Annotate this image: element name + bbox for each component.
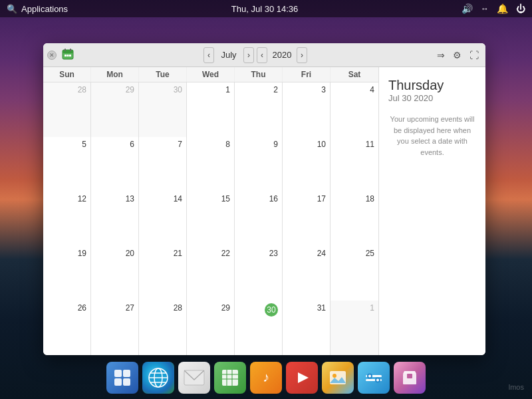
dock-item-settings[interactable] (358, 362, 390, 394)
svg-point-29 (368, 374, 372, 378)
sidebar-date: Jul 30 2020 (388, 93, 476, 103)
header-fri: Fri (283, 67, 331, 82)
topbar: 🔍 Applications Thu, Jul 30 14:36 🔊 ↔ 🔔 ⏻ (0, 0, 532, 17)
settings-button[interactable]: ⚙ (450, 49, 464, 62)
svg-rect-10 (123, 378, 130, 386)
year-nav: ‹ 2020 › (257, 47, 307, 63)
calendar-body: Sun Mon Tue Wed Thu Fri Sat 28 29 30 1 2… (43, 67, 485, 355)
svg-rect-18 (222, 370, 238, 386)
week-row: 26 27 28 29 30 31 1 (43, 301, 378, 355)
topbar-datetime: Thu, Jul 30 14:36 (231, 4, 298, 14)
svg-rect-5 (67, 55, 69, 57)
dock-item-spreadsheet[interactable] (214, 362, 246, 394)
svg-rect-4 (65, 55, 66, 57)
svg-rect-8 (123, 370, 130, 377)
calendar-day[interactable]: 31 (283, 301, 331, 355)
calendar-day[interactable]: 28 (139, 301, 187, 355)
calendar-toolbar: ✕ ‹ July › ‹ 2020 › (43, 43, 485, 67)
calendar-day[interactable]: 18 (331, 192, 378, 246)
search-icon: 🔍 (7, 4, 17, 14)
calendar-day[interactable]: 7 (139, 137, 187, 192)
calendar-home-button[interactable] (59, 47, 76, 63)
next-month-button[interactable]: › (243, 47, 254, 63)
calendar-day[interactable]: 17 (283, 192, 331, 246)
svg-rect-9 (114, 378, 122, 386)
calendar-day[interactable]: 11 (331, 137, 378, 192)
calendar-sidebar: Thursday Jul 30 2020 Your upcoming event… (379, 67, 485, 355)
svg-point-30 (376, 378, 380, 382)
prev-month-button[interactable]: ‹ (203, 47, 214, 63)
svg-point-26 (332, 374, 336, 378)
topbar-left: 🔍 Applications (7, 4, 68, 14)
dock: ♪ (0, 362, 532, 394)
header-thu: Thu (235, 67, 283, 82)
calendar-day[interactable]: 26 (43, 301, 91, 355)
calendar-day[interactable]: 28 (43, 82, 91, 137)
week-row: 19 20 21 22 23 24 25 (43, 246, 378, 301)
dock-item-video[interactable] (286, 362, 318, 394)
calendar-day[interactable]: 6 (91, 137, 139, 192)
calendar-grid: Sun Mon Tue Wed Thu Fri Sat 28 29 30 1 2… (43, 67, 379, 355)
calendar-day[interactable]: 19 (43, 246, 91, 301)
next-year-button[interactable]: › (297, 47, 307, 63)
window-close-button[interactable]: ✕ (47, 51, 57, 60)
calendar-day[interactable]: 30 (139, 82, 187, 137)
header-sat: Sat (331, 67, 378, 82)
dock-item-store[interactable] (394, 362, 426, 394)
calendar-day[interactable]: 10 (283, 137, 331, 192)
calendar-day-today[interactable]: 30 (235, 301, 283, 355)
calendar-day[interactable]: 21 (139, 246, 187, 301)
calendar-window: ✕ ‹ July › ‹ 2020 › (43, 43, 485, 355)
dock-item-photos[interactable] (322, 362, 354, 394)
dock-item-browser[interactable] (142, 362, 174, 394)
header-wed: Wed (187, 67, 235, 82)
sidebar-events-message: Your upcoming events will be displayed h… (388, 114, 476, 158)
calendar-day[interactable]: 1 (331, 301, 378, 355)
notification-icon[interactable]: 🔔 (497, 3, 508, 14)
calendar-day[interactable]: 25 (331, 246, 378, 301)
calendar-day[interactable]: 12 (43, 192, 91, 246)
svg-rect-7 (114, 370, 122, 377)
calendar-day[interactable]: 4 (331, 82, 378, 137)
calendar-day[interactable]: 22 (187, 246, 235, 301)
topbar-right: 🔊 ↔ 🔔 ⏻ (462, 3, 525, 14)
dock-item-music[interactable]: ♪ (250, 362, 282, 394)
calendar-day[interactable]: 24 (283, 246, 331, 301)
fullscreen-button[interactable]: ⛶ (467, 49, 481, 62)
sync-button[interactable]: ⇒ (434, 49, 448, 62)
svg-rect-3 (70, 49, 71, 51)
calendar-day[interactable]: 27 (91, 301, 139, 355)
calendar-day[interactable]: 1 (187, 82, 235, 137)
svg-rect-6 (69, 55, 71, 57)
applications-label[interactable]: Applications (21, 4, 68, 14)
dock-item-mail[interactable] (178, 362, 210, 394)
header-tue: Tue (139, 67, 187, 82)
calendar-day[interactable]: 23 (235, 246, 283, 301)
calendar-day[interactable]: 20 (91, 246, 139, 301)
calendar-day[interactable]: 15 (187, 192, 235, 246)
sidebar-day-name: Thursday (388, 78, 476, 93)
week-row: 28 29 30 1 2 3 4 (43, 82, 378, 137)
calendar-day[interactable]: 5 (43, 137, 91, 192)
calendar-day[interactable]: 3 (283, 82, 331, 137)
calendar-day[interactable]: 16 (235, 192, 283, 246)
svg-marker-24 (298, 372, 309, 383)
year-label: 2020 (269, 50, 295, 60)
volume-icon[interactable]: 🔊 (462, 3, 473, 14)
svg-rect-1 (63, 50, 73, 53)
calendar-day[interactable]: 9 (235, 137, 283, 192)
dock-item-multitasking[interactable] (106, 362, 138, 394)
calendar-day[interactable]: 14 (139, 192, 187, 246)
calendar-day[interactable]: 29 (91, 82, 139, 137)
power-icon[interactable]: ⏻ (516, 3, 525, 14)
calendar-day[interactable]: 29 (187, 301, 235, 355)
calendar-day[interactable]: 13 (91, 192, 139, 246)
prev-year-button[interactable]: ‹ (257, 47, 267, 63)
svg-rect-2 (65, 49, 66, 51)
calendar-day[interactable]: 2 (235, 82, 283, 137)
header-sun: Sun (43, 67, 91, 82)
svg-rect-32 (407, 374, 412, 378)
week-row: 5 6 7 8 9 10 11 (43, 137, 378, 192)
network-icon[interactable]: ↔ (481, 4, 489, 13)
calendar-day[interactable]: 8 (187, 137, 235, 192)
